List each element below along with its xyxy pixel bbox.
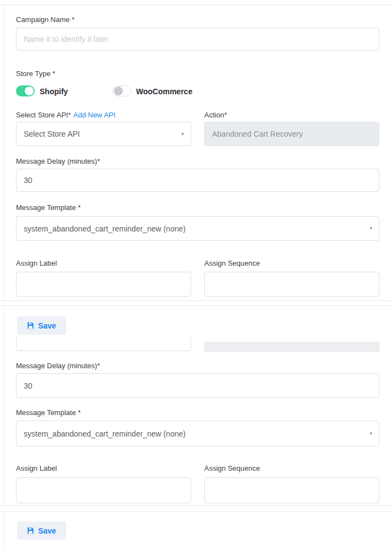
save-icon [27, 322, 34, 329]
toggle-knob [25, 87, 34, 95]
store-type-label: Store Type * [16, 69, 55, 78]
chevron-down-icon: ▾ [181, 132, 184, 137]
card2-left-border [4, 305, 4, 505]
campaign-name-input[interactable] [16, 28, 379, 51]
shopify-toggle-label: Shopify [40, 87, 68, 96]
card2-bottom-border [0, 505, 392, 506]
action-input [204, 122, 379, 146]
footer-top-border [0, 512, 392, 512]
card2-top-border [0, 305, 392, 306]
message-template-select[interactable]: system_abandoned_cart_reminder_new (none… [16, 216, 379, 241]
action-label: Action* [204, 111, 227, 119]
assign-sequence-input[interactable] [204, 272, 379, 297]
save-button-label: Save [38, 526, 56, 535]
add-new-api-link[interactable]: Add New API [73, 111, 116, 119]
woocommerce-toggle[interactable] [112, 85, 131, 96]
save-button[interactable]: Save [17, 316, 66, 335]
message-delay-input[interactable] [16, 169, 379, 192]
assign-label-label: Assign Label [16, 259, 57, 267]
message-delay-label: Message Delay (minutes)* [16, 157, 100, 165]
card1-bottom-border [0, 300, 392, 301]
assign-sequence-input-2[interactable] [204, 477, 379, 503]
message-template-select-2[interactable]: system_abandoned_cart_reminder_new (none… [16, 421, 379, 446]
woocommerce-toggle-label: WooCommerce [136, 87, 192, 96]
assign-sequence-label: Assign Sequence [204, 464, 260, 472]
store-api-select-value: Select Store API [24, 130, 80, 138]
assign-label-input[interactable] [16, 272, 191, 297]
footer-left-border [4, 512, 4, 549]
save-button-2[interactable]: Save [17, 521, 66, 540]
toggle-knob [114, 87, 123, 95]
card1-left-border [4, 4, 4, 300]
assign-sequence-label: Assign Sequence [204, 259, 260, 267]
store-api-select[interactable]: Select Store API ▾ [16, 122, 191, 146]
message-delay-label: Message Delay (minutes)* [16, 362, 100, 370]
campaign-form-page: Campaign Name * Store Type * Shopify Woo… [0, 0, 392, 549]
save-icon [27, 527, 34, 534]
action-field-cropped [204, 342, 379, 352]
save-button-label: Save [38, 321, 56, 330]
message-template-select-value: system_abandoned_cart_reminder_new (none… [24, 224, 186, 233]
message-delay-input-2[interactable] [16, 373, 379, 398]
message-template-select-value: system_abandoned_cart_reminder_new (none… [24, 429, 186, 438]
select-store-api-label: Select Store API* [16, 111, 71, 119]
message-template-label: Message Template * [16, 203, 81, 212]
campaign-name-label: Campaign Name * [16, 15, 74, 24]
assign-label-label: Assign Label [16, 464, 57, 472]
chevron-down-icon: ▾ [369, 431, 372, 436]
shopify-toggle[interactable] [16, 85, 35, 96]
card1-top-border [0, 4, 392, 5]
assign-label-input-2[interactable] [16, 477, 191, 503]
store-api-select-cropped[interactable] [16, 337, 191, 351]
message-template-label: Message Template * [16, 408, 81, 417]
chevron-down-icon: ▾ [369, 226, 372, 231]
